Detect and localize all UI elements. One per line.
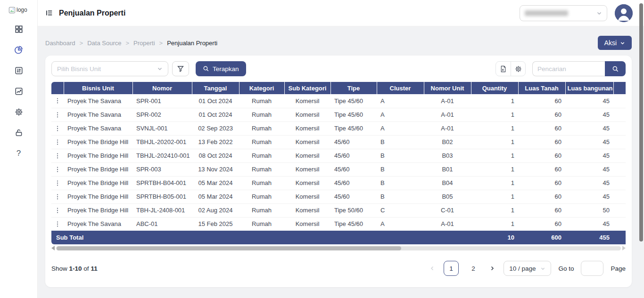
cell-cluster: B <box>377 149 424 162</box>
row-menu-button[interactable] <box>53 206 62 215</box>
kebab-menu-icon <box>54 166 61 173</box>
cell-luas_tanah: 60 <box>518 190 565 203</box>
row-menu-button[interactable] <box>53 110 62 120</box>
filter-button[interactable] <box>172 61 189 76</box>
cell-tipe: Tipe 45/60 <box>330 217 377 231</box>
aksi-button[interactable]: Aksi <box>598 36 632 50</box>
page-scrollbar[interactable] <box>639 3 643 242</box>
sidebar-item-help[interactable]: ? <box>10 149 27 158</box>
cell-tanggal: 05 Mar 2024 <box>192 176 239 190</box>
page-button-2[interactable]: 2 <box>466 261 481 276</box>
row-menu-cell <box>51 176 64 190</box>
menu-fold-button[interactable] <box>45 9 53 17</box>
cell-tipe: 45/60 <box>330 135 377 149</box>
cell-nomor: SPR-003 <box>132 162 192 176</box>
cell-quantity: 1 <box>471 135 518 149</box>
row-menu-button[interactable] <box>53 165 62 174</box>
of-label: of <box>83 265 89 272</box>
avatar[interactable] <box>615 4 633 22</box>
business-unit-select[interactable]: Pilih Bisnis Unit <box>51 61 168 76</box>
row-menu-button[interactable] <box>53 151 62 161</box>
subtotal-luas-bangunan: 455 <box>565 231 613 244</box>
sidebar-item-reports-active[interactable] <box>10 45 27 55</box>
cell-luas_tanah: 60 <box>518 203 565 217</box>
sidebar-item-access[interactable] <box>10 128 27 137</box>
apply-button[interactable]: Terapkan <box>196 61 246 76</box>
sidebar-item-dashboard[interactable] <box>10 24 27 34</box>
scroll-right-arrow[interactable] <box>622 246 626 250</box>
cell-luas_bangunan: 45 <box>565 121 613 135</box>
aksi-button-label: Aksi <box>604 39 617 47</box>
subtotal-label: Sub Total <box>51 231 471 244</box>
scrollbar-thumb[interactable] <box>57 246 401 250</box>
row-menu-button[interactable] <box>53 137 62 147</box>
cell-tanggal: 08 Oct 2024 <box>192 149 239 162</box>
breadcrumb-row: Dashboard > Data Source > Properti > Pen… <box>45 36 632 50</box>
page-size-select[interactable]: 10 / page <box>504 261 551 276</box>
breadcrumb-item-properti[interactable]: Properti <box>133 40 155 47</box>
cell-tipe: Tipe 45/60 <box>330 121 377 135</box>
main-area: Penjualan Properti Dashboard > Data Sour… <box>38 0 644 287</box>
cell-bisnis_unit: Proyek The Bridge Hill <box>64 190 132 203</box>
breadcrumb-item-data-source[interactable]: Data Source <box>87 40 121 47</box>
spacer-cell <box>613 217 626 231</box>
row-menu-button[interactable] <box>53 192 62 201</box>
cell-sub_kategori: Komersil <box>284 190 330 203</box>
cell-sub_kategori: Komersil <box>284 176 330 190</box>
cell-tanggal: 15 Feb 2025 <box>192 217 239 231</box>
scroll-left-arrow[interactable] <box>51 246 55 250</box>
row-menu-cell <box>51 203 64 217</box>
spacer-cell <box>613 190 626 203</box>
scrollbar-track[interactable] <box>56 246 621 250</box>
apply-button-label: Terapkan <box>213 65 239 72</box>
next-page-button[interactable] <box>488 261 496 276</box>
subtotal-spacer <box>613 231 626 244</box>
goto-page-input[interactable] <box>581 261 603 276</box>
table-wrap: Bisnis UnitNomorTanggalKategoriSub Kateg… <box>51 82 626 244</box>
user-select[interactable] <box>520 5 607 21</box>
cell-luas_tanah: 60 <box>518 217 565 231</box>
export-button[interactable] <box>496 62 511 76</box>
table-header-row: Bisnis UnitNomorTanggalKategoriSub Kateg… <box>51 82 626 94</box>
sidebar-item-data-source[interactable] <box>10 66 27 75</box>
cell-tipe: Tipe 45/60 <box>330 94 377 108</box>
row-menu-button[interactable] <box>53 124 62 133</box>
column-header-spacer <box>613 82 626 94</box>
row-menu-button[interactable] <box>53 219 62 229</box>
sidebar-item-settings[interactable] <box>10 107 27 117</box>
cell-sub_kategori: Komersil <box>284 121 330 135</box>
cell-kategori: Rumah <box>239 162 284 176</box>
cell-tipe: 45/60 <box>330 190 377 203</box>
cell-cluster: B <box>377 190 424 203</box>
search-input[interactable] <box>532 61 605 76</box>
search-button[interactable] <box>605 61 626 76</box>
column-settings-button[interactable] <box>511 62 525 76</box>
dashboard-icon <box>15 25 23 33</box>
cell-tipe: 45/60 <box>330 176 377 190</box>
cell-cluster: A <box>377 121 424 135</box>
cell-luas_bangunan: 45 <box>565 94 613 108</box>
funnel-icon <box>177 65 184 72</box>
row-menu-button[interactable] <box>53 178 62 188</box>
breadcrumb-item-dashboard[interactable]: Dashboard <box>45 40 75 47</box>
cell-quantity: 1 <box>471 176 518 190</box>
chevron-down-icon <box>540 266 545 271</box>
filter-row: Pilih Bisnis Unit Terapkan <box>51 61 626 76</box>
column-header-kategori: Kategori <box>239 82 284 94</box>
cell-cluster: B <box>377 162 424 176</box>
cell-nomor_unit: B01 <box>424 162 471 176</box>
cell-kategori: Rumah <box>239 94 284 108</box>
sidebar-item-analytics[interactable] <box>10 87 27 96</box>
prev-page-button[interactable] <box>428 261 437 276</box>
subtotal-row: Sub Total 10 600 455 <box>51 231 626 244</box>
cell-bisnis_unit: Proyek The Savana <box>64 121 132 135</box>
row-menu-button[interactable] <box>53 96 62 105</box>
column-header-tanggal: Tanggal <box>192 82 239 94</box>
page-button-1[interactable]: 1 <box>444 261 459 276</box>
cell-luas_tanah: 60 <box>518 108 565 121</box>
cell-luas_tanah: 60 <box>518 94 565 108</box>
spacer-cell <box>613 121 626 135</box>
cell-luas_tanah: 60 <box>518 121 565 135</box>
cell-nomor: SPR-001 <box>132 94 192 108</box>
cell-sub_kategori: Komersil <box>284 94 330 108</box>
